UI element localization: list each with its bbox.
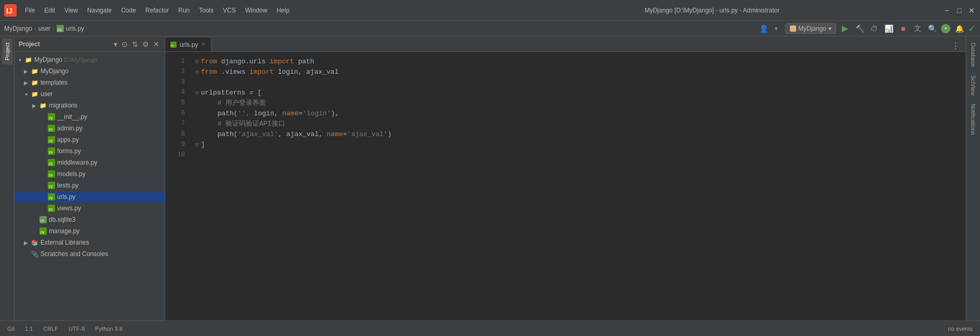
chevron-user: ▾ [23, 91, 29, 97]
panel-dropdown-icon[interactable]: ▾ [113, 39, 118, 49]
database-tab[interactable]: Database [968, 38, 978, 71]
svg-text:py: py [49, 139, 53, 143]
code-content[interactable]: ⊟ from django.urls import path ⊟ from .v… [191, 52, 965, 320]
fold-4[interactable]: ⊟ [195, 89, 199, 96]
checkmark-icon: ✓ [968, 23, 976, 34]
close-button[interactable]: ✕ [968, 6, 976, 15]
menu-help[interactable]: Help [273, 5, 294, 16]
tab-settings-icon[interactable]: ⋮ [950, 40, 961, 51]
fold-2[interactable]: ⊟ [195, 69, 199, 75]
menu-code[interactable]: Code [117, 5, 140, 16]
title-bar: IJ File Edit View Navigate Code Refactor… [0, 0, 980, 21]
menu-navigate[interactable]: Navigate [83, 5, 116, 16]
user-icon[interactable]: 👤 [758, 23, 770, 34]
breadcrumb-user[interactable]: user [38, 25, 50, 32]
fold-9[interactable]: ⊟ [195, 141, 199, 148]
stop-button[interactable]: ■ [897, 23, 909, 34]
code-line-3 [195, 77, 965, 87]
menu-tools[interactable]: Tools [195, 5, 218, 16]
tree-item-views[interactable]: ▶ py views.py [15, 203, 165, 214]
coverage-button[interactable]: ⏱ [868, 23, 880, 34]
panel-nav-icon[interactable]: ⊙ [120, 39, 129, 49]
plain-space-6 [274, 68, 278, 76]
build-button[interactable]: 🔨 [854, 23, 865, 34]
notifications-tab[interactable]: Notifications [968, 100, 978, 139]
tree-item-tests[interactable]: ▶ py tests.py [15, 180, 165, 191]
status-encoding[interactable]: UTF-8 [65, 325, 88, 333]
tree-item-db[interactable]: ▶ DB db.sqlite3 [15, 214, 165, 225]
minimize-button[interactable]: − [943, 6, 951, 15]
tree-item-apps[interactable]: ▶ py apps.py [15, 134, 165, 145]
top-toolbar: MyDjango › user › py urls.py 👤 ▾ MyDjang… [0, 21, 980, 36]
notifications-button[interactable]: 🔔 [954, 23, 965, 34]
py-icon-urls: py [47, 193, 56, 201]
menu-view[interactable]: View [60, 5, 82, 16]
line-num-4: 4 [165, 87, 191, 98]
menu-run[interactable]: Run [174, 5, 194, 16]
breadcrumb-sep-2: › [52, 25, 55, 32]
status-crlf[interactable]: CRLF [40, 325, 61, 333]
line-num-7: 7 [165, 118, 191, 129]
tree-item-templates[interactable]: ▶ 📁 templates [15, 77, 165, 88]
tree-label-external: External Libraries [41, 239, 89, 246]
tree-label-models: models.py [57, 170, 86, 178]
tree-item-init[interactable]: ▶ py __init__.py [15, 111, 165, 123]
tree-item-root[interactable]: ▾ 📁 MyDjango D:\MyDjango [15, 54, 165, 65]
tree-item-manage[interactable]: ▶ py manage.py [15, 225, 165, 237]
tab-close-button[interactable]: ✕ [201, 41, 206, 48]
project-dropdown[interactable]: MyDjango ▾ [785, 23, 836, 34]
plain-space-5 [245, 68, 249, 76]
maximize-button[interactable]: □ [955, 6, 963, 15]
menu-vcs[interactable]: VCS [219, 5, 240, 16]
plain-space-7 [302, 68, 306, 76]
fn-path-call-1: path [218, 110, 234, 117]
code-editor[interactable]: 1 2 3 4 5 6 7 8 9 10 ⊟ from django.urls [165, 52, 965, 320]
folder-icon-templates: 📁 [31, 78, 39, 87]
tree-item-migrations[interactable]: ▶ 📁 migrations [15, 100, 165, 111]
py-icon-init: py [47, 113, 56, 121]
menu-window[interactable]: Window [241, 5, 272, 16]
user-dropdown-btn[interactable]: ▾ [771, 23, 782, 34]
kw-from-1: from [201, 58, 217, 65]
tree-item-middleware[interactable]: ▶ py middleware.py [15, 157, 165, 168]
py-icon-models: py [47, 170, 56, 178]
line-num-1: 1 [165, 56, 191, 66]
tree-item-scratches[interactable]: ▶ 📎 Scratches and Consoles [15, 248, 165, 260]
breadcrumb-file[interactable]: py urls.py [57, 25, 84, 32]
breadcrumb-mydjango[interactable]: MyDjango [4, 25, 32, 32]
comment-1: # 用户登录界面 [218, 98, 266, 107]
sciview-tab[interactable]: SciView [968, 71, 978, 100]
project-header: Project ▾ ⊙ ⇅ ⚙ ✕ [15, 36, 165, 52]
project-tab[interactable]: Project [2, 38, 12, 64]
fold-1[interactable]: ⊟ [195, 58, 199, 65]
status-git[interactable]: Git [4, 325, 18, 333]
menu-file[interactable]: File [21, 5, 39, 16]
translate-button[interactable]: 文 [912, 23, 923, 34]
status-right: no events [945, 325, 976, 333]
status-no-events[interactable]: no events [945, 325, 976, 333]
status-position[interactable]: 1:1 [22, 325, 36, 333]
menu-refactor[interactable]: Refactor [141, 5, 173, 16]
tree-item-models[interactable]: ▶ py models.py [15, 168, 165, 180]
tab-bar: py urls.py ✕ ⋮ [165, 36, 965, 52]
tree-item-user[interactable]: ▾ 📁 user [15, 88, 165, 100]
tree-item-admin[interactable]: ▶ py admin.py [15, 123, 165, 134]
tree-item-external[interactable]: ▶ 📚 External Libraries [15, 237, 165, 248]
editor-tab-urls[interactable]: py urls.py ✕ [165, 37, 211, 51]
search-everywhere-button[interactable]: 🔍 [927, 23, 938, 34]
tree-item-forms[interactable]: ▶ py forms.py [15, 145, 165, 157]
status-python[interactable]: Python 3.8 [92, 325, 126, 333]
close-bracket: ] [201, 141, 205, 149]
profile-button[interactable]: 📊 [883, 23, 894, 34]
update-button[interactable]: + [941, 24, 950, 33]
panel-gear-icon[interactable]: ⚙ [141, 39, 150, 49]
tree-label-tests: tests.py [57, 182, 78, 189]
panel-close-icon[interactable]: ✕ [152, 39, 160, 49]
tree-item-mydjango[interactable]: ▶ 📁 MyDjango [15, 65, 165, 77]
tree-label-admin: admin.py [57, 125, 83, 132]
run-button[interactable]: ▶ [839, 23, 851, 34]
panel-collapse-icon[interactable]: ⇅ [131, 39, 139, 49]
tree-item-urls[interactable]: ▶ py urls.py [15, 191, 165, 203]
svg-text:py: py [49, 162, 53, 166]
menu-edit[interactable]: Edit [40, 5, 59, 16]
